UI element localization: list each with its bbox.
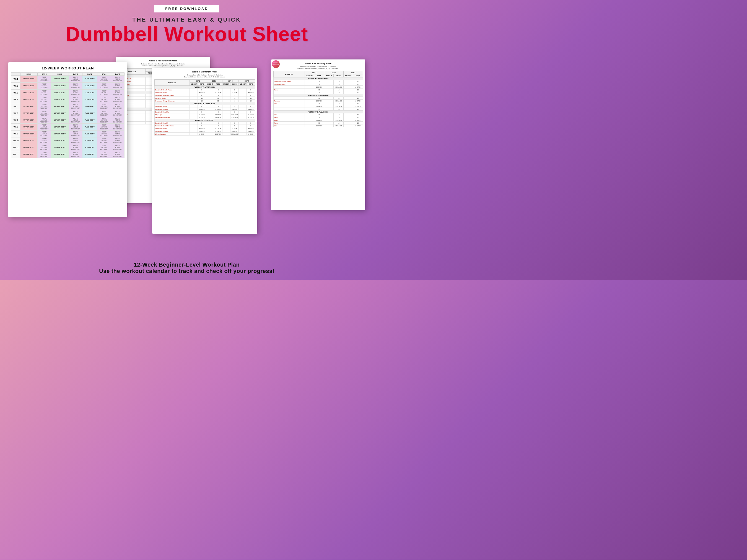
- set-weight: [222, 122, 230, 125]
- set-reps: 8 EACH: [247, 130, 255, 133]
- plan-cell: LOWER BODY: [51, 82, 69, 89]
- plan-cell: REST/ACTIVERECOVERY: [37, 89, 51, 96]
- set-weight: [238, 111, 247, 113]
- set-weight: [343, 86, 353, 88]
- plan-cell: UPPER BODY: [21, 82, 37, 89]
- plan-cell: UPPER BODY: [21, 117, 37, 124]
- set-reps: 10: [334, 88, 344, 91]
- plan-cell: REST/ACTIVERECOVERY: [37, 96, 51, 103]
- plan-cell: LOWER BODY: [51, 131, 69, 137]
- set-weight: [238, 130, 247, 133]
- plan-cell: REST/ACTIVERECOVERY: [37, 76, 51, 83]
- set-weight: [206, 116, 214, 119]
- plan-cell: REST/ACTIVERECOVERY: [69, 96, 82, 103]
- set-reps: 8: [230, 122, 238, 125]
- plan-cell: REST/ACTIVERECOVERY: [37, 110, 51, 117]
- set-weight: [238, 113, 247, 116]
- set-weight: [343, 83, 353, 86]
- plan-table: DAY 1 DAY 2 DAY 3 DAY 4 DAY 5 DAY 6 DAY …: [11, 73, 125, 158]
- set-weight: [238, 88, 247, 91]
- set-reps: 10: [230, 97, 238, 100]
- set-reps: 10 EACH: [214, 113, 223, 116]
- set-reps: 10 EACH: [198, 116, 206, 119]
- plan-cell: REST/ACTIVERECOVERY: [111, 103, 125, 110]
- week-label: WK 11: [11, 144, 21, 151]
- set-weight: [324, 102, 334, 105]
- set-weight: [206, 113, 214, 116]
- set-reps: 10 EACH: [334, 100, 344, 102]
- plan-cell: REST/ACTIVERECOVERY: [111, 131, 125, 137]
- set-weight: [190, 105, 198, 108]
- set-reps: 10: [314, 97, 324, 100]
- plan-cell: REST/ACTIVERECOVERY: [69, 144, 82, 151]
- col-reps3: REPS: [353, 74, 363, 77]
- brand-logo: DUMBBELL ★ WITH NO REST!: [272, 60, 280, 68]
- set-weight: [324, 88, 334, 91]
- set-reps: 10: [314, 116, 324, 119]
- plan-cell: REST/ACTIVERECOVERY: [37, 117, 51, 124]
- set-weight: [222, 127, 230, 130]
- set-weight: [238, 105, 247, 108]
- subtitle: THE ULTIMATE EASY & QUICK: [132, 17, 241, 23]
- col-reps2: REPS: [334, 74, 344, 77]
- plan-cell: REST/ACTIVERECOVERY: [69, 110, 82, 117]
- set-reps: 8 EACH: [230, 91, 238, 94]
- plan-cell: UPPER BODY: [21, 131, 37, 137]
- set-weight: [206, 122, 214, 125]
- set-weight: [190, 91, 198, 94]
- exercise-name: Overhead Tricep Extension: [155, 100, 190, 102]
- set-weight: [190, 116, 198, 119]
- col-day1: DAY 1: [21, 73, 37, 76]
- set-reps: 8: [247, 111, 255, 113]
- col-reps2: REPS: [214, 83, 223, 86]
- sheet4-title: Weeks 9–12: Intensity Phase: [273, 62, 363, 65]
- set-weight: [305, 86, 314, 88]
- set-reps: 10: [314, 122, 324, 125]
- week-label: WK 10: [11, 137, 21, 144]
- col-reps4: REPS: [247, 83, 255, 86]
- col-day3: DAY 3: [51, 73, 69, 76]
- set-reps: 10 EACH: [230, 133, 238, 135]
- set-reps: 10: [353, 122, 363, 125]
- set-reps: 10: [353, 83, 363, 86]
- set-reps: 10: [353, 91, 363, 94]
- set-weight: [343, 105, 353, 108]
- set-reps: 15 EACH: [314, 125, 324, 127]
- plan-cell: FULL-BODY: [82, 76, 97, 83]
- week-label: WK 3: [11, 89, 21, 96]
- set-reps: 10: [314, 83, 324, 86]
- exercise-name: [274, 91, 305, 94]
- set-reps: 8 EACH: [230, 108, 238, 111]
- plan-cell: REST/ACTIVERECOVERY: [97, 103, 111, 110]
- set-reps: 8: [230, 88, 238, 91]
- set-weight: [324, 116, 334, 119]
- plan-cell: LOWER BODY: [51, 137, 69, 144]
- set-weight: [190, 97, 198, 100]
- exercise-name: Dumbbell Rows: [155, 91, 190, 94]
- plan-cell: REST/ACTIVERECOVERY: [111, 76, 125, 83]
- set-reps: 8 EACH: [247, 127, 255, 130]
- set-weight: [190, 133, 198, 135]
- set-weight: [324, 97, 334, 100]
- set-reps: 10: [334, 80, 344, 83]
- plan-cell: REST/ACTIVERECOVERY: [37, 131, 51, 137]
- sheets-container: 12-WEEK WORKOUT PLAN DAY 1 DAY 2 DAY 3 D…: [8, 57, 365, 241]
- exercise-name: Dumbbell Shoulder Press: [155, 125, 190, 127]
- set-weight: [222, 130, 230, 133]
- set-reps: 8 EACH: [198, 127, 206, 130]
- sheet2-title: Weeks 1–4: Foundation Phase: [119, 59, 208, 62]
- set-reps: 8: [214, 125, 223, 127]
- week-label: WK 4: [11, 96, 21, 103]
- col-set2: SET 2: [206, 80, 223, 83]
- set-weight: [305, 119, 314, 122]
- plan-cell: UPPER BODY: [21, 89, 37, 96]
- plan-cell: REST/ACTIVERECOVERY: [37, 151, 51, 158]
- set-weight: [238, 100, 247, 102]
- exercise-name: Woodchoppers: [155, 133, 190, 135]
- set-reps: 10 EACH: [353, 86, 363, 88]
- set-weight: [190, 130, 198, 133]
- sheet3-table: WORKOUT SET 1 SET 2 SET 3 SET 4 WEIGHTRE…: [154, 79, 255, 135]
- set-reps: 8: [247, 88, 255, 91]
- col-set3: SET 3: [343, 71, 363, 74]
- set-reps: 10: [353, 80, 363, 83]
